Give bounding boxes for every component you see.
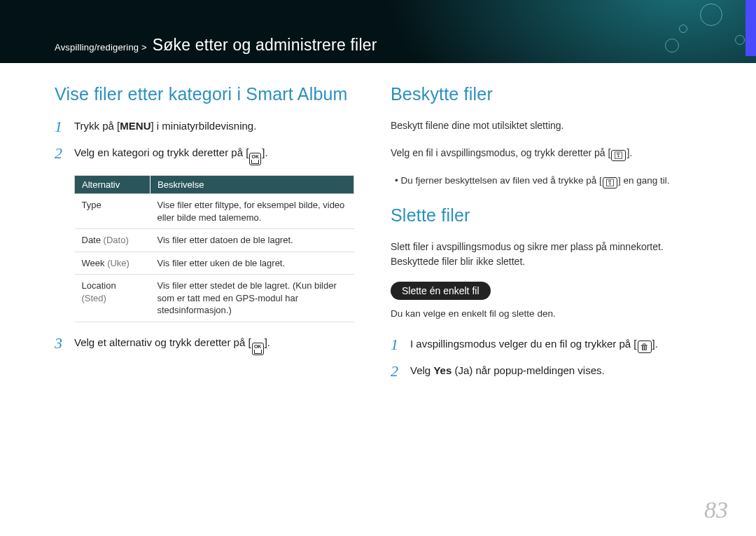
trash-icon: 🗑: [638, 341, 652, 353]
step-1: 1 Trykk på [MENU] i miniatyrbildevisning…: [55, 118, 356, 135]
heading-delete: Slette filer: [391, 205, 692, 226]
table-row: Type Vise filer etter filtype, for eksem…: [75, 194, 354, 229]
left-column: Vise filer etter kategori i Smart Album …: [55, 84, 356, 390]
table-header-beskrivelse: Beskrivelse: [150, 176, 354, 194]
ok-icon: OK: [249, 153, 261, 165]
key-icon: ⚿: [611, 150, 626, 161]
delete-single-pill: Slette én enkelt fil: [391, 282, 491, 300]
page-number: 83: [704, 497, 728, 523]
opt-name: Date (Dato): [75, 229, 150, 252]
delete-sub-text: Du kan velge en enkelt fil og slette den…: [391, 307, 692, 321]
ok-icon: OK: [252, 343, 264, 355]
step-number: 2: [55, 145, 74, 165]
step-text: Velg et alternativ og trykk deretter på …: [74, 335, 356, 355]
delete-body: Slett filer i avspillingsmodus og sikre …: [391, 240, 692, 269]
heading-smart-album: Vise filer etter kategori i Smart Album: [55, 84, 356, 104]
opt-desc: Vis filer etter uken de ble lagret.: [150, 252, 354, 275]
step-number: 1: [391, 336, 410, 353]
breadcrumb-prefix: Avspilling/redigering >: [55, 42, 147, 53]
opt-desc: Vis filer etter stedet de ble lagret. (K…: [150, 275, 354, 322]
table-row: Week (Uke) Vis filer etter uken de ble l…: [75, 252, 354, 275]
table-header-alternativ: Alternativ: [75, 176, 150, 194]
opt-name: Week (Uke): [75, 252, 150, 275]
step-3: 3 Velg et alternativ og trykk deretter p…: [55, 335, 356, 355]
opt-name: Location(Sted): [75, 275, 150, 322]
opt-desc: Vise filer etter filtype, for eksempel b…: [150, 194, 354, 229]
breadcrumb-main: Søke etter og administrere filer: [150, 36, 377, 54]
step-text: I avspillingsmodus velger du en fil og t…: [410, 336, 692, 353]
step-text: Trykk på [MENU] i miniatyrbildevisning.: [74, 118, 356, 135]
side-tab: [746, 0, 756, 56]
delete-step-2: 2 Velg Yes (Ja) når popup-meldingen vise…: [391, 363, 692, 380]
protect-note: Du fjerner beskyttelsen av filen ved å t…: [391, 174, 692, 188]
step-text: Velg en kategori og trykk deretter på [O…: [74, 145, 356, 165]
table-row: Date (Dato) Vis filer etter datoen de bl…: [75, 229, 354, 252]
page-header: Avspilling/redigering > Søke etter og ad…: [0, 0, 756, 63]
breadcrumb: Avspilling/redigering > Søke etter og ad…: [55, 36, 377, 63]
step-number: 3: [55, 335, 74, 355]
step-text: Velg Yes (Ja) når popup-meldingen vises.: [410, 363, 692, 380]
content-area: Vise filer etter kategori i Smart Album …: [0, 63, 756, 390]
heading-protect: Beskytte filer: [391, 84, 692, 104]
protect-instruction: Velg en fil i avspillingsmodus, og trykk…: [391, 146, 692, 161]
protect-body: Beskytt filene dine mot utilsiktet slett…: [391, 118, 692, 133]
table-row: Location(Sted) Vis filer etter stedet de…: [75, 275, 354, 322]
opt-name: Type: [75, 194, 150, 229]
step-number: 2: [391, 363, 410, 380]
options-table: Alternativ Beskrivelse Type Vise filer e…: [74, 175, 354, 322]
right-column: Beskytte filer Beskytt filene dine mot u…: [391, 84, 692, 390]
key-icon: ⚿: [603, 177, 617, 188]
delete-step-1: 1 I avspillingsmodus velger du en fil og…: [391, 336, 692, 353]
opt-desc: Vis filer etter datoen de ble lagret.: [150, 229, 354, 252]
step-number: 1: [55, 118, 74, 135]
step-2: 2 Velg en kategori og trykk deretter på …: [55, 145, 356, 165]
